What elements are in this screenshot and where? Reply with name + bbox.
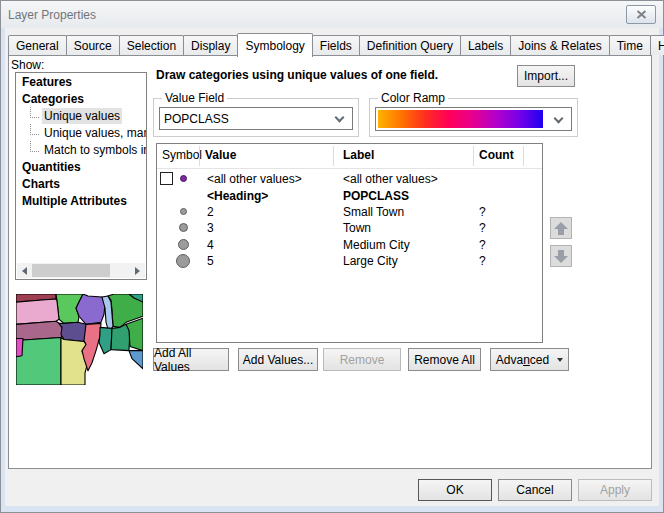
show-label: Show: [11, 58, 44, 72]
move-up-button[interactable] [550, 217, 572, 239]
value-field-label: Value Field [162, 91, 227, 105]
table-row[interactable]: 5 Large City ? [157, 253, 542, 269]
tab-symbology[interactable]: Symbology [237, 33, 312, 57]
layer-properties-dialog: Layer Properties General Source Selectio… [0, 0, 664, 513]
map-state [111, 324, 130, 350]
tab-display[interactable]: Display [183, 35, 238, 55]
color-ramp-combo[interactable] [375, 107, 572, 131]
symbology-page: Show: Features Categories Unique values … [8, 55, 652, 469]
column-symbol: Symbol [162, 148, 202, 162]
tree-elbow-icon [30, 124, 39, 135]
show-tree: Features Categories Unique values Unique… [15, 72, 147, 280]
value-field-combo[interactable]: POPCLASS [159, 107, 353, 130]
tab-general[interactable]: General [8, 35, 67, 55]
point-symbol-icon[interactable] [176, 254, 190, 268]
chevron-down-icon [554, 114, 564, 124]
window-title: Layer Properties [8, 8, 96, 22]
tab-source[interactable]: Source [66, 35, 120, 55]
scroll-right-icon[interactable] [130, 263, 145, 278]
tab-joins-relates[interactable]: Joins & Relates [510, 35, 609, 55]
tree-elbow-icon [30, 141, 39, 152]
arrow-up-icon [558, 229, 564, 235]
color-ramp-gradient [378, 110, 543, 128]
arrow-up-icon [554, 222, 568, 229]
point-symbol-icon[interactable] [180, 208, 187, 215]
column-value: Value [205, 148, 236, 162]
tab-definition-query[interactable]: Definition Query [359, 35, 461, 55]
tree-item-charts[interactable]: Charts [16, 176, 146, 192]
tree-elbow-icon [30, 107, 39, 118]
tree-item-features[interactable]: Features [16, 74, 146, 90]
arrow-down-icon [554, 256, 568, 263]
value-field-group: Value Field POPCLASS [153, 98, 359, 137]
tree-item-unique-values[interactable]: Unique values [16, 108, 146, 124]
tree-horizontal-scrollbar[interactable] [17, 263, 145, 278]
values-table-header: Symbol Value Label Count [157, 144, 542, 169]
tree-item-match-to-symbols[interactable]: Match to symbols in a [16, 142, 146, 158]
dropdown-caret-icon [557, 358, 563, 362]
tab-labels[interactable]: Labels [460, 35, 511, 55]
point-symbol-icon[interactable] [179, 223, 188, 232]
title-bar[interactable]: Layer Properties [1, 1, 663, 28]
advanced-button[interactable]: Advanced [490, 348, 569, 371]
all-other-values-checkbox[interactable] [160, 172, 173, 185]
column-count: Count [479, 148, 514, 162]
point-symbol-icon[interactable] [180, 175, 187, 182]
scrollbar-thumb[interactable] [32, 264, 110, 277]
tab-time[interactable]: Time [609, 35, 651, 55]
map-preview [16, 294, 143, 385]
table-row[interactable]: 2 Small Town ? [157, 204, 542, 220]
dialog-footer: OK Cancel Apply [418, 479, 652, 501]
tree-item-multiple-attributes[interactable]: Multiple Attributes [16, 193, 146, 209]
tree-item-categories[interactable]: Categories [16, 91, 146, 107]
dialog-body: General Source Selection Display Symbolo… [5, 28, 659, 506]
add-all-values-button[interactable]: Add All Values [153, 348, 229, 371]
page-heading: Draw categories using unique values of o… [156, 68, 438, 82]
import-button[interactable]: Import... [517, 65, 575, 87]
value-field-value: POPCLASS [160, 112, 229, 126]
close-button[interactable] [626, 5, 656, 24]
column-label: Label [343, 148, 374, 162]
table-row[interactable]: 4 Medium City ? [157, 237, 542, 253]
move-down-button[interactable] [550, 245, 572, 267]
chevron-down-icon [335, 113, 345, 123]
tree-item-unique-values-many[interactable]: Unique values, many [16, 125, 146, 141]
table-row[interactable]: 3 Town ? [157, 220, 542, 236]
close-icon [636, 10, 647, 19]
scroll-left-icon[interactable] [17, 263, 32, 278]
color-ramp-label: Color Ramp [378, 91, 448, 105]
ok-button[interactable]: OK [418, 479, 492, 501]
remove-all-button[interactable]: Remove All [408, 348, 481, 371]
tab-fields[interactable]: Fields [312, 35, 360, 55]
add-values-button[interactable]: Add Values... [238, 348, 318, 371]
apply-button[interactable]: Apply [578, 479, 652, 501]
table-row-heading[interactable]: <Heading> POPCLASS [157, 188, 542, 204]
values-table: Symbol Value Label Count <all other valu… [156, 143, 543, 343]
map-state [16, 338, 23, 356]
color-ramp-group: Color Ramp [369, 98, 578, 137]
table-row-all-other-values[interactable]: <all other values> <all other values> [157, 171, 542, 187]
point-symbol-icon[interactable] [178, 239, 189, 250]
cancel-button[interactable]: Cancel [498, 479, 572, 501]
map-state [61, 337, 88, 385]
tab-selection[interactable]: Selection [119, 35, 184, 55]
tab-html-popup[interactable]: HTML Popup [650, 35, 664, 55]
map-state [16, 299, 59, 324]
tab-strip: General Source Selection Display Symbolo… [8, 33, 664, 55]
tree-item-quantities[interactable]: Quantities [16, 159, 146, 175]
remove-button[interactable]: Remove [323, 348, 401, 371]
